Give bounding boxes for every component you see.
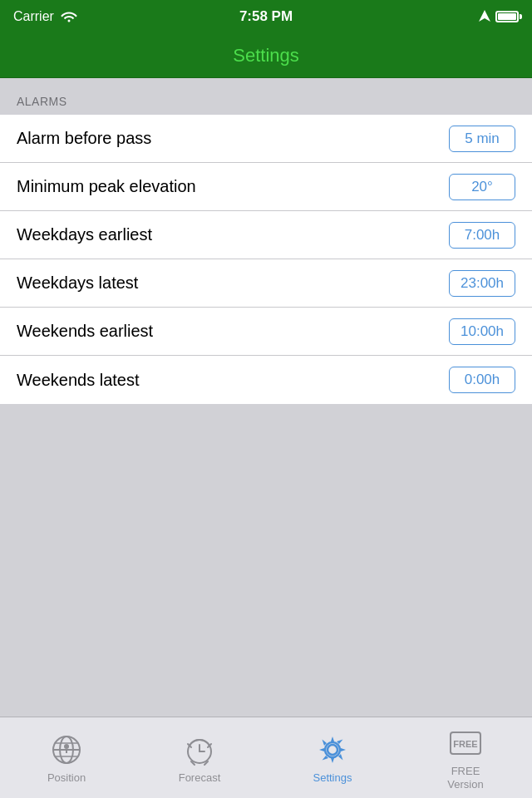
status-bar-right bbox=[479, 10, 519, 24]
row-label: Weekdays earliest bbox=[17, 225, 152, 244]
tab-label-forecast: Forecast bbox=[179, 771, 221, 784]
row-label: Alarm before pass bbox=[17, 129, 151, 148]
gear-icon bbox=[314, 732, 351, 768]
settings-list: Alarm before pass 5 min Minimum peak ele… bbox=[0, 115, 532, 404]
svg-marker-0 bbox=[479, 10, 490, 22]
row-value[interactable]: 20° bbox=[449, 174, 515, 200]
carrier-label: Carrier bbox=[13, 9, 54, 24]
row-weekends-earliest[interactable]: Weekends earliest 10:00h bbox=[0, 308, 532, 356]
tab-settings[interactable]: Settings bbox=[266, 717, 399, 798]
row-min-peak-elevation[interactable]: Minimum peak elevation 20° bbox=[0, 163, 532, 211]
row-label: Minimum peak elevation bbox=[17, 177, 196, 196]
row-weekdays-latest[interactable]: Weekdays latest 23:00h bbox=[0, 259, 532, 308]
nav-bar: Settings bbox=[0, 33, 532, 78]
tab-label-settings: Settings bbox=[313, 771, 352, 784]
section-header-alarms: ALARMS bbox=[0, 78, 532, 115]
row-label: Weekends latest bbox=[17, 371, 140, 390]
row-alarm-before-pass[interactable]: Alarm before pass 5 min bbox=[0, 115, 532, 163]
svg-point-6 bbox=[64, 744, 69, 749]
tab-label-position: Position bbox=[47, 771, 86, 784]
row-value[interactable]: 0:00h bbox=[449, 367, 515, 393]
tab-bar: Position Forecast bbox=[0, 717, 532, 798]
svg-text:FREE: FREE bbox=[453, 739, 477, 749]
tab-forecast[interactable]: Forecast bbox=[133, 717, 266, 798]
svg-point-14 bbox=[328, 745, 337, 755]
row-value[interactable]: 7:00h bbox=[449, 222, 515, 249]
row-label: Weekdays latest bbox=[17, 273, 138, 293]
status-bar-time: 7:58 PM bbox=[239, 8, 293, 25]
location-icon bbox=[479, 10, 490, 24]
row-weekends-latest[interactable]: Weekends latest 0:00h bbox=[0, 356, 532, 404]
status-bar: Carrier 7:58 PM bbox=[0, 0, 532, 33]
tab-label-version: Version bbox=[447, 778, 483, 791]
row-value[interactable]: 10:00h bbox=[449, 318, 515, 345]
tab-free-version[interactable]: FREE FREE Version bbox=[399, 717, 532, 798]
row-value[interactable]: 5 min bbox=[449, 126, 515, 152]
row-value[interactable]: 23:00h bbox=[449, 270, 515, 297]
page-title: Settings bbox=[233, 45, 299, 66]
row-label: Weekends earliest bbox=[17, 322, 153, 341]
alarm-clock-icon bbox=[181, 732, 218, 768]
wifi-icon bbox=[61, 9, 77, 25]
free-version-icon: FREE bbox=[447, 725, 484, 761]
row-weekdays-earliest[interactable]: Weekdays earliest 7:00h bbox=[0, 211, 532, 259]
globe-icon bbox=[48, 732, 85, 768]
tab-label-free: FREE bbox=[451, 765, 480, 778]
tab-position[interactable]: Position bbox=[0, 717, 133, 798]
section-gap bbox=[0, 404, 532, 429]
battery-icon bbox=[495, 11, 519, 22]
status-bar-left: Carrier bbox=[13, 9, 77, 25]
